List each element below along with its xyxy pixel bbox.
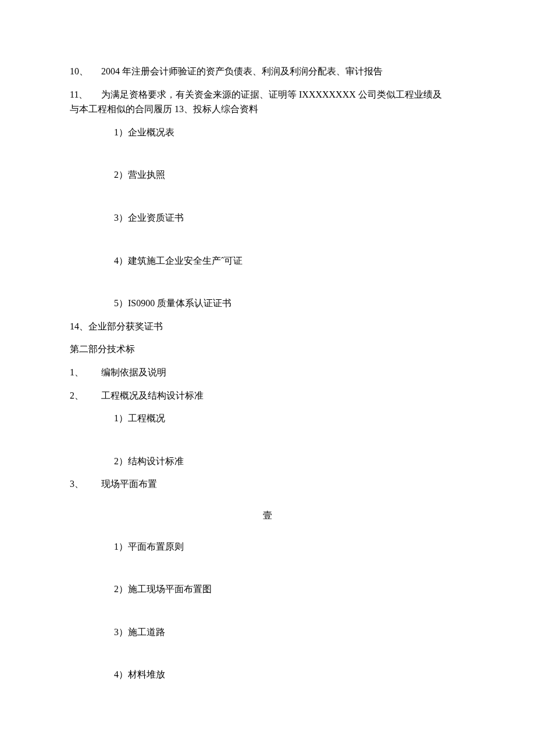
item-text: 现场平面布置 [101,479,157,489]
part2-item-2-sub-2: 2）结构设计标准 [70,454,465,469]
part2-item-3-sub-2: 2）施工现场平面布置图 [70,582,465,597]
list-item-14: 14、企业部分获奖证书 [70,319,465,334]
item-text: 编制依据及说明 [101,367,166,377]
part2-item-1: 1、 编制依据及说明 [70,365,465,380]
item-number: 10、 [70,64,99,79]
part-2-title: 第二部分技术标 [70,342,465,357]
part2-item-3-sub-4: 4）材料堆放 [70,667,465,682]
part2-item-3-sub-1: 1）平面布置原则 [70,539,465,554]
part2-item-3: 3、 现场平面布置 [70,476,465,492]
item-line-1: 11、 为满足资格要求，有关资金来源的证据、证明等 IXXXXXXXX 公司类似… [70,87,465,102]
page-number: 壹 [70,508,465,523]
item-text: 2004 年注册会计师验证的资产负债表、利润及利润分配表、审计报告 [101,66,383,76]
item-number: 11、 [70,87,99,102]
item-line-2: 与本工程相似的合同履历 13、投标人综合资料 [70,102,465,117]
item-number: 2、 [70,388,99,403]
sub-item-13-5: 5）IS0900 质量体系认证证书 [70,296,465,311]
item-text: 工程概况及结构设计标准 [101,390,204,400]
item-number: 1、 [70,365,99,380]
part2-item-3-sub-3: 3）施工道路 [70,625,465,640]
item-number: 14、 [70,321,88,331]
item-text: 企业部分获奖证书 [88,321,163,331]
sub-item-13-3: 3）企业资质证书 [70,210,465,225]
sub-item-13-4: 4）建筑施工企业安全生产ˆ可证 [70,253,465,268]
sub-item-13-1: 1）企业概况表 [70,125,465,140]
list-item-11: 11、 为满足资格要求，有关资金来源的证据、证明等 IXXXXXXXX 公司类似… [70,87,465,117]
part2-item-2: 2、 工程概况及结构设计标准 [70,388,465,403]
item-number: 3、 [70,476,99,492]
part2-item-2-sub-1: 1）工程概况 [70,411,465,426]
sub-item-13-2: 2）营业执照 [70,167,465,182]
item-text: 为满足资格要求，有关资金来源的证据、证明等 IXXXXXXXX 公司类似工程业绩… [101,89,442,99]
list-item-10: 10、 2004 年注册会计师验证的资产负债表、利润及利润分配表、审计报告 [70,64,465,79]
